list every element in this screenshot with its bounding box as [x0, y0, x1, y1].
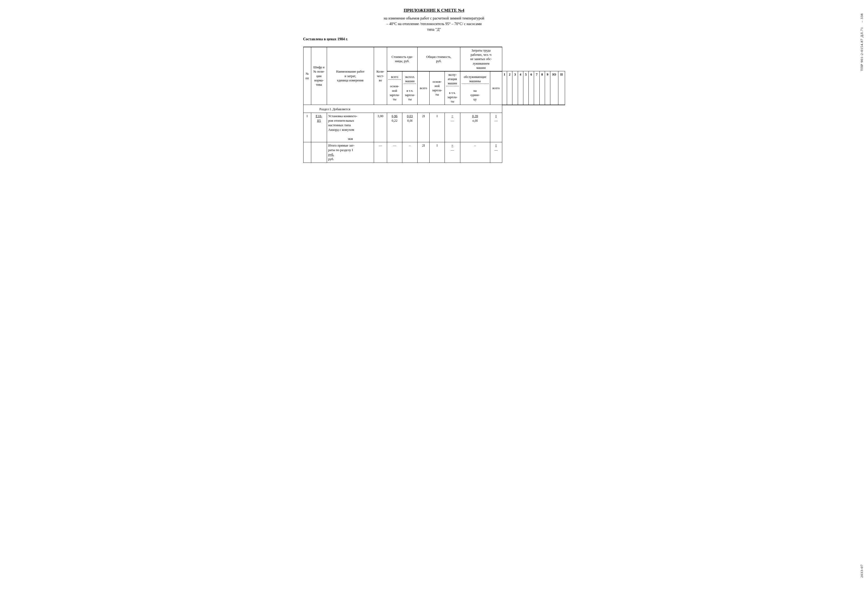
header-unit-cost: Стоимость еди-ницы, руб.: [387, 47, 418, 71]
num-2: 2: [507, 71, 512, 105]
header-col10: обслуживающиемашинынаедини-цу: [460, 71, 490, 105]
total-col8: I: [429, 142, 445, 163]
total-col9: =—: [445, 142, 460, 163]
total-col10: –: [460, 142, 490, 163]
row1-qty: 3,00: [374, 113, 387, 142]
main-table: №пп Шифр и№ пози-циинорма-тива Наименова…: [303, 47, 565, 163]
header-col-code: Шифр и№ пози-циинорма-тива: [311, 47, 327, 105]
row1-num: I: [303, 113, 311, 142]
header-col-num: №пп: [303, 47, 311, 105]
header-col5a: всегооснов-нойзарпла-ты: [387, 71, 402, 105]
header-col9: экспу-атациямашинв т.ч.зарпла-ты: [445, 71, 460, 105]
total-qty: —: [374, 142, 387, 163]
num-11: II: [559, 71, 565, 105]
total-col5: —: [387, 142, 402, 163]
total-num: [303, 142, 311, 163]
table-row-total: Итого прямые зат-раты по разделу I руб. …: [303, 142, 565, 163]
num-10: IO: [550, 71, 559, 105]
section-header-row: Раздел I. Добавляется: [303, 105, 565, 113]
total-code: [311, 142, 327, 163]
num-1: I: [502, 71, 507, 105]
header-total-cost: Общая стоимость,руб.: [418, 47, 460, 71]
row1-col7: 2I: [418, 113, 430, 142]
row1-col9: =—: [445, 113, 460, 142]
header-col8: основ-нойзарпла-ты: [429, 71, 445, 105]
header-col-name: Наименование работи затрат,единица измер…: [327, 47, 374, 105]
row1-col5: 6,96 0,22: [387, 113, 402, 142]
header-labor: Затраты трударабочих, чел.-чне занятых о…: [460, 47, 502, 71]
total-col6: –: [402, 142, 418, 163]
num-8: 8: [539, 71, 545, 105]
num-7: 7: [534, 71, 539, 105]
row1-col8: I: [429, 113, 445, 142]
row1-name: Установка конвекто-ров отопительныхнасте…: [327, 113, 374, 142]
subtitle: на изменение объемов работ с расчетной з…: [303, 15, 565, 32]
subtitle-line2: – 40°С на отопление /теплоноситель 95° –…: [386, 22, 482, 26]
num-5: 5: [523, 71, 528, 105]
subtitle-line3: типа "Д": [427, 27, 441, 32]
row1-col6: 0,03 0,0I: [402, 113, 418, 142]
header-row-1: №пп Шифр и№ пози-циинорма-тива Наименова…: [303, 47, 565, 71]
num-4: 4: [518, 71, 523, 105]
total-col7: 2I: [418, 142, 430, 163]
header-col5b: эксплл.машинв т.ч.зарпла-ты: [402, 71, 418, 105]
section-label: Раздел I. Добавляется: [303, 105, 502, 113]
table-row-1: I Е18-II5 Установка конвекто-ров отопите…: [303, 113, 565, 142]
num-3: 3: [512, 71, 518, 105]
num-6: 6: [529, 71, 534, 105]
header-col11: всего: [490, 71, 502, 105]
row1-col11: I—: [490, 113, 502, 142]
row1-code: Е18-II5: [311, 113, 327, 142]
composed-line: Составлена в ценах 1984 г.: [303, 37, 565, 41]
total-name: Итого прямые зат-раты по разделу I руб. …: [327, 142, 374, 163]
page-title: ПРИЛОЖЕНИЕ К СМЕТЕ №4: [303, 8, 565, 13]
num-9: 9: [545, 71, 550, 105]
header-col7: всего: [418, 71, 430, 105]
total-col11: I—: [490, 142, 502, 163]
row1-col10: 0,39 o,0I: [460, 113, 490, 142]
subtitle-line1: на изменение объемов работ с расчетной з…: [384, 16, 485, 20]
header-col-qty: Коли-чест-во: [374, 47, 387, 105]
